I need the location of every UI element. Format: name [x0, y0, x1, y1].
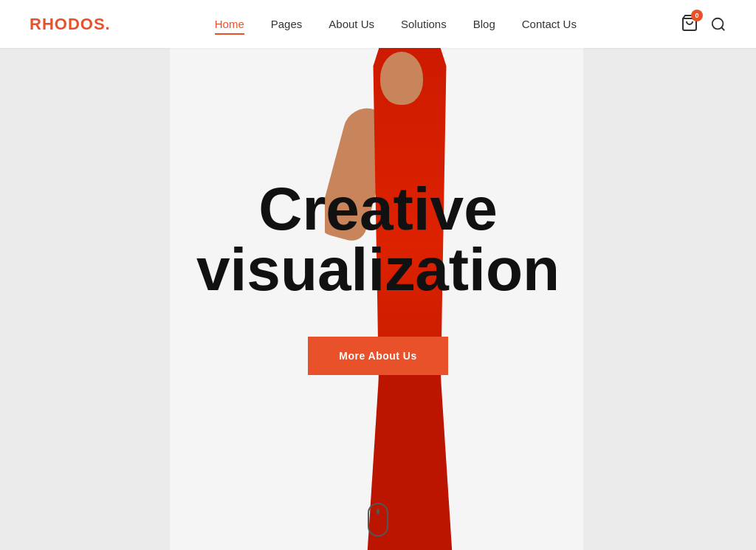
hero-content: Creative visualization More About Us — [0, 48, 756, 550]
nav-item-pages[interactable]: Pages — [271, 18, 303, 30]
hero-title: Creative visualization — [196, 179, 560, 300]
search-button[interactable] — [710, 16, 726, 32]
scroll-dot — [377, 509, 379, 515]
site-header: RHODOS. Home Pages About Us Solutions Bl… — [0, 0, 756, 48]
site-logo[interactable]: RHODOS. — [30, 15, 111, 34]
logo-text: RHODOS — [30, 15, 106, 33]
hero-section: Creative visualization More About Us — [0, 48, 756, 550]
logo-dot: . — [106, 15, 111, 33]
svg-line-2 — [721, 27, 724, 30]
svg-point-1 — [712, 18, 724, 29]
header-actions: 0 — [681, 14, 726, 35]
nav-item-home[interactable]: Home — [215, 18, 244, 30]
nav-item-contact[interactable]: Contact Us — [522, 18, 577, 30]
nav-item-solutions[interactable]: Solutions — [401, 18, 447, 30]
cart-button[interactable]: 0 — [681, 14, 698, 35]
main-nav: Home Pages About Us Solutions Blog Conta… — [215, 18, 577, 30]
nav-item-blog[interactable]: Blog — [473, 18, 495, 30]
search-icon — [710, 16, 726, 32]
cta-button[interactable]: More About Us — [308, 337, 448, 375]
scroll-indicator — [368, 503, 388, 537]
cart-badge: 0 — [691, 10, 703, 21]
scroll-pill — [368, 503, 388, 537]
nav-item-about[interactable]: About Us — [329, 18, 374, 30]
